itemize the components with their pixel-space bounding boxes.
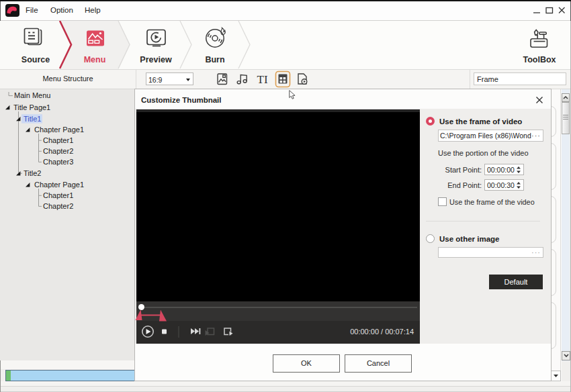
svg-text:Title2: Title2 [24,169,42,177]
svg-text:Chapter1: Chapter1 [43,136,73,144]
svg-text:Title1: Title1 [24,115,42,123]
svg-text:Chapter2: Chapter2 [43,147,73,155]
svg-text:00:00:00 / 00:07:14: 00:00:00 / 00:07:14 [350,328,414,336]
svg-text:Chapter Page1: Chapter Page1 [34,181,84,189]
svg-text:Chapter3: Chapter3 [43,158,73,166]
svg-text:Main Menu: Main Menu [14,91,50,99]
svg-text:Chapter Page1: Chapter Page1 [34,126,84,134]
svg-text:TI: TI [257,73,268,86]
svg-text:Chapter2: Chapter2 [43,202,73,210]
svg-text:Chapter1: Chapter1 [43,191,73,199]
svg-text:Title Page1: Title Page1 [13,103,50,111]
